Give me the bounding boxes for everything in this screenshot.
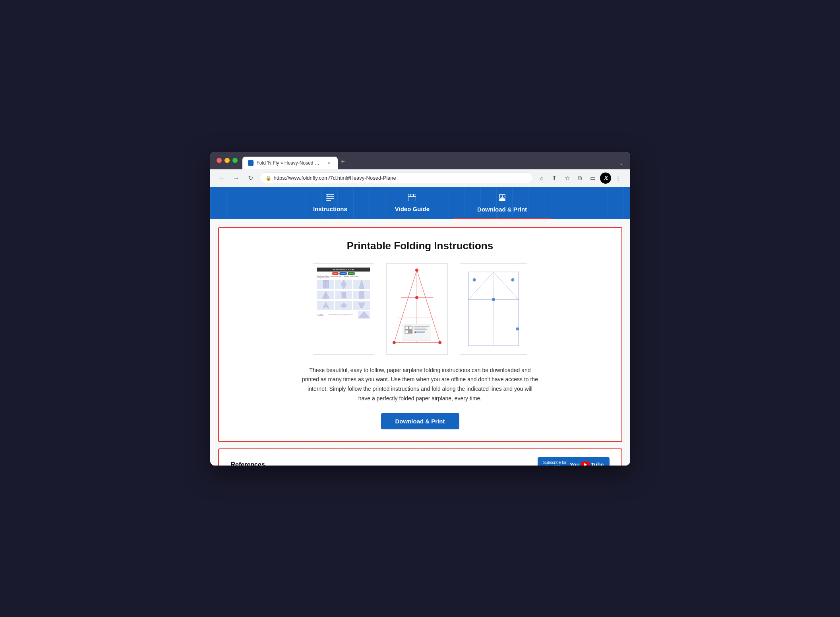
svg-rect-30 xyxy=(414,326,429,327)
preview-image-3 xyxy=(460,263,527,355)
search-icon[interactable]: ⌕ xyxy=(536,173,548,184)
tab-bar-chevron[interactable]: ⌄ xyxy=(619,160,624,169)
play-triangle xyxy=(584,463,587,466)
printable-section: Printable Folding Instructions HEAVY-NOS… xyxy=(218,227,622,442)
sidebar-icon[interactable]: ▭ xyxy=(587,173,598,184)
instructions-label: Instructions xyxy=(313,206,347,212)
svg-point-21 xyxy=(415,268,418,272)
nav-item-instructions[interactable]: Instructions xyxy=(289,188,371,219)
maximize-window-button[interactable] xyxy=(232,158,238,163)
video-label: Video Guide xyxy=(395,206,430,212)
youtube-text: Subscribe for New Videos xyxy=(543,460,567,466)
youtube-subscribe-button[interactable]: Subscribe for New Videos You Tube xyxy=(538,457,610,466)
svg-rect-2 xyxy=(326,198,334,199)
svg-rect-6 xyxy=(408,196,416,197)
site-nav: Instructions Video Guide xyxy=(210,187,630,219)
svg-rect-32 xyxy=(414,329,428,330)
svg-rect-29 xyxy=(405,330,408,333)
tab-title: Fold 'N Fly » Heavy-Nosed Pa… xyxy=(257,160,323,166)
traffic-lights xyxy=(217,158,238,168)
sheet-bottom: FoldNFly These are the step by step fold… xyxy=(317,311,370,318)
browser-window: Fold 'N Fly » Heavy-Nosed Pa… × + ⌄ ← → … xyxy=(210,152,630,466)
extension-icon[interactable]: ⧉ xyxy=(575,173,586,184)
svg-point-43 xyxy=(492,298,495,301)
instruction-sheet-content: HEAVY-NOSED PLANE Heavy Distance Stabili… xyxy=(315,266,372,352)
subscribe-line1: Subscribe for xyxy=(543,460,567,465)
bookmark-icon[interactable]: ☆ xyxy=(562,173,573,184)
youtube-word-you: You xyxy=(570,462,580,466)
tab-close-button[interactable]: × xyxy=(326,160,332,166)
youtube-word-tube: Tube xyxy=(591,462,604,466)
forward-button[interactable]: → xyxy=(231,173,242,184)
section-title: Printable Folding Instructions xyxy=(235,240,606,252)
subscribe-line2: New Videos xyxy=(546,465,567,466)
preview-image-2: ★ xyxy=(386,263,448,355)
youtube-logo: You Tube xyxy=(570,462,604,466)
download-print-button[interactable]: Download & Print xyxy=(381,413,459,429)
close-window-button[interactable] xyxy=(217,158,222,163)
main-content: Printable Folding Instructions HEAVY-NOS… xyxy=(210,219,630,466)
url-box[interactable]: 🔒 https://www.foldnfly.com/7d.html#Heavy… xyxy=(259,173,533,183)
sheet-logo: FoldNFly xyxy=(317,314,323,316)
minimize-window-button[interactable] xyxy=(225,158,230,163)
svg-rect-1 xyxy=(326,196,334,197)
x-button[interactable]: 𝕏 xyxy=(600,173,611,184)
site-content: Instructions Video Guide xyxy=(210,187,630,466)
svg-point-22 xyxy=(415,296,418,299)
svg-point-41 xyxy=(473,278,476,281)
sheet-title: HEAVY-NOSED PLANE xyxy=(317,268,370,272)
description-text: These beautiful, easy to follow, paper a… xyxy=(301,366,539,404)
svg-rect-5 xyxy=(408,194,416,201)
active-tab[interactable]: Fold 'N Fly » Heavy-Nosed Pa… × xyxy=(242,157,338,169)
svg-rect-34 xyxy=(414,332,425,332)
svg-rect-7 xyxy=(410,194,411,196)
back-button[interactable]: ← xyxy=(217,173,228,184)
sheet-grid xyxy=(317,280,370,310)
preview-image-1: HEAVY-NOSED PLANE Heavy Distance Stabili… xyxy=(313,263,374,355)
svg-rect-3 xyxy=(326,200,331,201)
download-print-icon xyxy=(498,194,506,204)
svg-rect-27 xyxy=(405,326,408,329)
svg-point-24 xyxy=(438,341,441,344)
youtube-play-icon xyxy=(581,462,590,466)
badge-red: Heavy xyxy=(332,272,339,275)
svg-text:★: ★ xyxy=(414,331,417,334)
svg-rect-31 xyxy=(414,328,426,328)
svg-point-44 xyxy=(516,327,519,330)
tab-bar: Fold 'N Fly » Heavy-Nosed Pa… × + ⌄ xyxy=(242,157,624,169)
nav-item-video[interactable]: Video Guide xyxy=(371,188,453,219)
url-text: https://www.foldnfly.com/7d.html#Heavy-N… xyxy=(274,175,396,181)
sheet-thumbnail xyxy=(358,311,370,318)
menu-icon[interactable]: ⋮ xyxy=(613,173,624,184)
references-section: References Subscribe for New Videos You … xyxy=(218,448,622,466)
svg-rect-36 xyxy=(468,272,519,346)
badge-green: Stability xyxy=(348,272,355,275)
fold-diagram-2 xyxy=(463,266,525,352)
new-tab-button[interactable]: + xyxy=(338,158,348,169)
svg-point-23 xyxy=(393,341,396,344)
badge-blue: Distance xyxy=(339,272,347,275)
address-bar: ← → ↻ 🔒 https://www.foldnfly.com/7d.html… xyxy=(210,169,630,187)
svg-rect-28 xyxy=(409,326,412,329)
fold-diagram-1: ★ xyxy=(389,266,445,352)
tab-favicon xyxy=(248,160,254,166)
svg-rect-8 xyxy=(413,194,414,196)
svg-rect-4 xyxy=(327,194,328,196)
lock-icon: 🔒 xyxy=(265,175,271,181)
reload-button[interactable]: ↻ xyxy=(245,173,256,184)
share-icon[interactable]: ⬆ xyxy=(549,173,560,184)
nav-item-download[interactable]: Download & Print xyxy=(453,187,551,219)
download-label: Download & Print xyxy=(477,206,527,213)
sheet-badges: Heavy Distance Stability xyxy=(317,272,370,275)
references-title: References xyxy=(231,461,265,466)
preview-images: HEAVY-NOSED PLANE Heavy Distance Stabili… xyxy=(235,263,606,355)
toolbar-icons: ⌕ ⬆ ☆ ⧉ ▭ 𝕏 ⋮ xyxy=(536,173,624,184)
title-bar: Fold 'N Fly » Heavy-Nosed Pa… × + ⌄ xyxy=(210,152,630,169)
video-icon xyxy=(408,194,416,203)
instructions-icon xyxy=(326,194,334,203)
svg-point-42 xyxy=(511,278,514,281)
